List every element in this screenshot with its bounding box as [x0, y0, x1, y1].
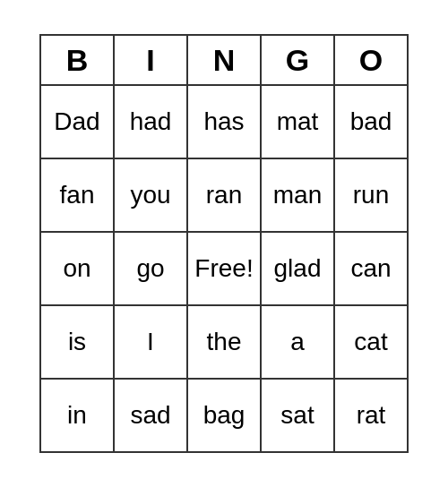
- list-item: man: [261, 158, 334, 232]
- list-item: the: [187, 305, 261, 379]
- list-item: Free!: [187, 232, 261, 305]
- header-i: I: [114, 35, 187, 85]
- table-row: ongoFree!gladcan: [40, 232, 408, 305]
- list-item: I: [114, 305, 187, 379]
- list-item: Dad: [40, 85, 114, 158]
- table-row: fanyouranmanrun: [40, 158, 408, 232]
- list-item: had: [114, 85, 187, 158]
- list-item: run: [334, 158, 408, 232]
- table-row: Dadhadhasmatbad: [40, 85, 408, 158]
- list-item: in: [40, 379, 114, 452]
- header-n: N: [187, 35, 261, 85]
- list-item: is: [40, 305, 114, 379]
- list-item: glad: [261, 232, 334, 305]
- list-item: a: [261, 305, 334, 379]
- list-item: on: [40, 232, 114, 305]
- list-item: cat: [334, 305, 408, 379]
- list-item: sat: [261, 379, 334, 452]
- bingo-header-row: B I N G O: [40, 35, 408, 85]
- header-b: B: [40, 35, 114, 85]
- bingo-board: B I N G O Dadhadhasmatbadfanyouranmanrun…: [39, 34, 409, 453]
- list-item: bag: [187, 379, 261, 452]
- list-item: you: [114, 158, 187, 232]
- list-item: bad: [334, 85, 408, 158]
- list-item: mat: [261, 85, 334, 158]
- list-item: fan: [40, 158, 114, 232]
- list-item: rat: [334, 379, 408, 452]
- header-o: O: [334, 35, 408, 85]
- list-item: has: [187, 85, 261, 158]
- list-item: ran: [187, 158, 261, 232]
- table-row: insadbagsatrat: [40, 379, 408, 452]
- table-row: isItheacat: [40, 305, 408, 379]
- list-item: can: [334, 232, 408, 305]
- list-item: go: [114, 232, 187, 305]
- header-g: G: [261, 35, 334, 85]
- list-item: sad: [114, 379, 187, 452]
